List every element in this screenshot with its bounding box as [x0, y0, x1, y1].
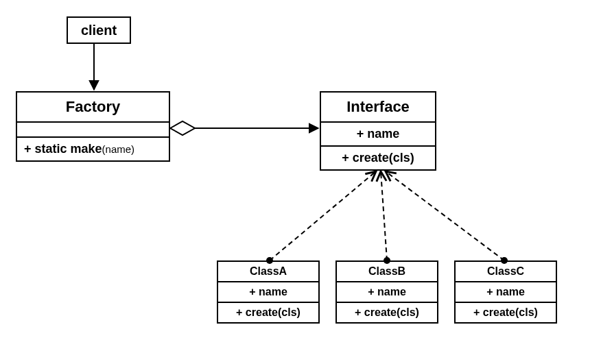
factory-method-arg: (name)	[102, 143, 135, 155]
client-label: client	[81, 23, 117, 38]
interface-attr: + name	[321, 123, 435, 147]
classC-class: ClassC + name + create(cls)	[454, 260, 557, 324]
interface-method: + create(cls)	[321, 147, 435, 169]
classB-attr: + name	[337, 282, 437, 303]
factory-class: Factory + static make(name)	[16, 91, 170, 162]
factory-method-row: + static make(name)	[17, 138, 169, 160]
classC-method: + create(cls)	[456, 303, 556, 322]
classB-class: ClassB + name + create(cls)	[335, 260, 438, 324]
classA-class: ClassA + name + create(cls)	[217, 260, 320, 324]
classB-title: ClassB	[337, 262, 437, 282]
factory-method: + static make	[24, 142, 102, 156]
classC-to-interface	[386, 171, 504, 260]
factory-title: Factory	[17, 93, 169, 123]
client-box: client	[67, 16, 131, 44]
factory-empty-row	[17, 123, 169, 138]
classA-attr: + name	[218, 282, 318, 303]
classC-title: ClassC	[456, 262, 556, 282]
classC-attr: + name	[456, 282, 556, 303]
classA-to-interface	[270, 171, 376, 260]
interface-title: Interface	[321, 93, 435, 123]
classA-title: ClassA	[218, 262, 318, 282]
classB-method: + create(cls)	[337, 303, 437, 322]
classA-method: + create(cls)	[218, 303, 318, 322]
aggregation-diamond	[170, 121, 195, 135]
classB-to-interface	[381, 171, 387, 260]
interface-class: Interface + name + create(cls)	[320, 91, 436, 171]
